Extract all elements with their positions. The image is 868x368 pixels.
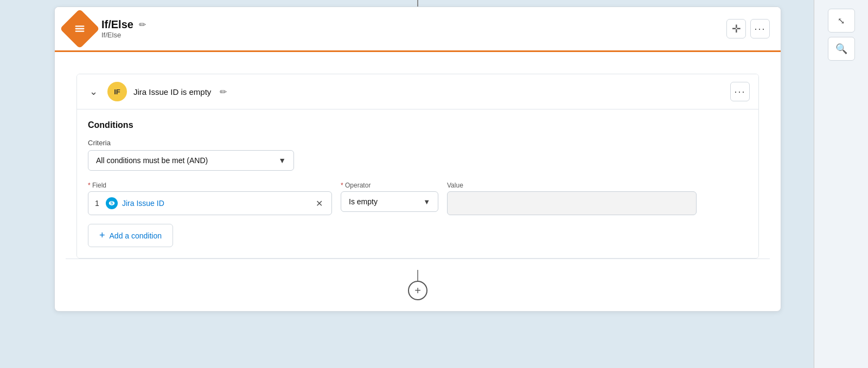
search-icon: 🔍: [835, 43, 847, 55]
card-body: ⌄ IF Jira Issue ID is empty ✏ ···: [55, 52, 781, 311]
header-title-group: If/Else ✏ If/Else: [101, 18, 146, 39]
field-group: * Field 1 S: [88, 182, 332, 215]
connector-line-top: [417, 270, 418, 281]
header-subtitle: If/Else: [101, 31, 146, 39]
if-badge: IF: [107, 82, 127, 101]
add-step-button[interactable]: +: [408, 281, 427, 300]
move-button[interactable]: ✛: [726, 19, 746, 38]
operator-group: * Operator Is empty ▼: [341, 182, 438, 212]
header-edit-icon[interactable]: ✏: [139, 20, 146, 30]
add-circle-icon: +: [414, 285, 421, 297]
if-edit-icon[interactable]: ✏: [220, 87, 227, 97]
if-actions: ···: [730, 82, 750, 101]
if-header: ⌄ IF Jira Issue ID is empty ✏ ···: [77, 74, 758, 109]
collapse-icon: ⤡: [838, 16, 845, 26]
header-more-icon: ···: [754, 23, 765, 35]
bottom-connector-group: +: [408, 270, 427, 300]
if-more-button[interactable]: ···: [730, 82, 750, 101]
card-wrapper: If/Else ✏ If/Else ✛ ···: [27, 0, 808, 312]
collapse-button[interactable]: ⤡: [828, 9, 855, 33]
value-input[interactable]: [447, 191, 697, 215]
svg-text:S: S: [111, 201, 113, 205]
operator-label: * Operator: [341, 182, 438, 189]
add-condition-label: Add a condition: [110, 231, 162, 240]
conditions-section: Conditions Criteria All conditions must …: [77, 109, 758, 258]
conditions-title: Conditions: [88, 120, 748, 130]
header-more-button[interactable]: ···: [750, 19, 770, 38]
criteria-chevron-icon: ▼: [278, 156, 286, 165]
field-number: 1: [95, 199, 101, 208]
chevron-down-icon: ⌄: [90, 86, 98, 98]
value-label: Value: [447, 182, 697, 189]
field-label: * Field: [88, 182, 332, 189]
main-card: If/Else ✏ If/Else ✛ ···: [54, 7, 781, 312]
field-input[interactable]: 1 S Jira Issue ID ✕: [88, 191, 332, 215]
if-block: ⌄ IF Jira Issue ID is empty ✏ ···: [76, 74, 759, 259]
salesforce-icon: S: [106, 197, 118, 209]
bottom-section: +: [66, 259, 770, 311]
criteria-select-text: All conditions must be met (AND): [96, 156, 274, 165]
search-button[interactable]: 🔍: [828, 37, 855, 61]
if-else-icon-diamond: [60, 9, 100, 49]
move-icon: ✛: [732, 22, 741, 35]
right-panel: ⤡ 🔍: [814, 0, 868, 368]
operator-required-mark: *: [341, 182, 343, 189]
criteria-select[interactable]: All conditions must be met (AND) ▼: [88, 150, 294, 171]
if-title: Jira Issue ID is empty: [133, 87, 211, 96]
header-title: If/Else: [101, 18, 133, 31]
plus-icon: +: [99, 230, 105, 241]
operator-text: Is empty: [349, 197, 419, 206]
add-condition-button[interactable]: + Add a condition: [88, 224, 173, 247]
if-else-icon-symbol: [74, 23, 86, 35]
operator-chevron-icon: ▼: [423, 198, 430, 206]
operator-select[interactable]: Is empty ▼: [341, 191, 438, 212]
field-clear-button[interactable]: ✕: [314, 198, 325, 209]
if-collapse-button[interactable]: ⌄: [86, 84, 101, 99]
card-header: If/Else ✏ If/Else ✛ ···: [55, 7, 781, 52]
header-actions: ✛ ···: [726, 19, 770, 38]
field-required-mark: *: [88, 182, 91, 189]
condition-row: * Field 1 S: [88, 182, 748, 215]
if-more-icon: ···: [734, 86, 745, 98]
value-group: Value: [447, 182, 697, 215]
main-canvas: ⤡ 🔍: [0, 0, 868, 368]
connector-top: [417, 0, 418, 7]
field-text: Jira Issue ID: [122, 199, 309, 208]
criteria-label: Criteria: [88, 139, 748, 147]
